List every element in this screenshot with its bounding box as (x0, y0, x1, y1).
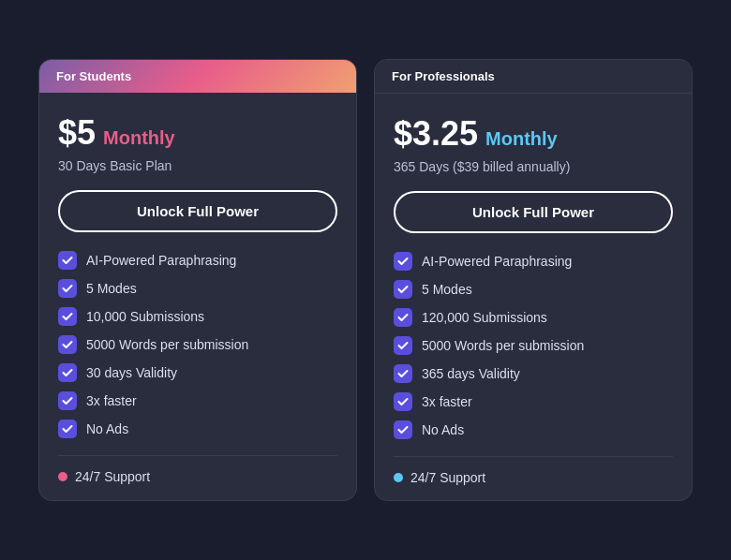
student-unlock-button[interactable]: Unlock Full Power (58, 190, 337, 232)
check-icon (394, 252, 412, 271)
student-header-label: For Students (56, 69, 131, 83)
pro-support-row: 24/7 Support (394, 470, 673, 485)
student-features-list: AI-Powered Paraphrasing 5 Modes 10,000 S… (58, 251, 337, 438)
feature-label: 10,000 Submissions (86, 309, 204, 324)
check-icon (58, 335, 77, 354)
check-icon (394, 336, 412, 355)
pro-features-list: AI-Powered Paraphrasing 5 Modes 120,000 … (394, 252, 673, 439)
feature-label: AI-Powered Paraphrasing (422, 254, 572, 269)
feature-label: 5000 Words per submission (422, 338, 584, 353)
student-period: Monthly (103, 127, 175, 149)
feature-label: 3x faster (422, 394, 472, 409)
feature-label: No Ads (422, 422, 464, 437)
feature-label: 365 days Validity (422, 366, 520, 381)
support-dot-icon (394, 473, 403, 482)
pro-support-label: 24/7 Support (410, 470, 485, 485)
pro-price: $3.25 (394, 114, 478, 154)
feature-label: No Ads (86, 421, 128, 436)
pro-plan-desc: 365 Days ($39 billed annually) (394, 159, 673, 174)
list-item: AI-Powered Paraphrasing (58, 251, 337, 270)
check-icon (58, 279, 77, 298)
list-item: 5000 Words per submission (394, 336, 673, 355)
student-support-row: 24/7 Support (58, 469, 337, 484)
list-item: 5 Modes (394, 280, 673, 299)
check-icon (394, 308, 412, 327)
student-support-label: 24/7 Support (75, 469, 150, 484)
pricing-cards: For Students $5 Monthly 30 Days Basic Pl… (20, 40, 711, 520)
check-icon (394, 392, 412, 411)
list-item: 3x faster (394, 392, 673, 411)
student-plan-desc: 30 Days Basic Plan (58, 158, 337, 173)
student-card-body: $5 Monthly 30 Days Basic Plan Unlock Ful… (39, 93, 356, 499)
list-item: 5 Modes (58, 279, 337, 298)
divider (58, 455, 337, 456)
pro-header-label: For Professionals (392, 69, 495, 83)
student-card: For Students $5 Monthly 30 Days Basic Pl… (38, 59, 357, 501)
list-item: 120,000 Submissions (394, 308, 673, 327)
support-dot-icon (58, 472, 67, 481)
list-item: 365 days Validity (394, 364, 673, 383)
check-icon (394, 364, 412, 383)
feature-label: 120,000 Submissions (422, 310, 547, 325)
list-item: AI-Powered Paraphrasing (394, 252, 673, 271)
pro-card-body: $3.25 Monthly 365 Days ($39 billed annua… (375, 94, 692, 500)
pro-price-row: $3.25 Monthly (394, 114, 673, 154)
check-icon (58, 391, 77, 410)
check-icon (394, 280, 412, 299)
pro-card: For Professionals $3.25 Monthly 365 Days… (374, 59, 693, 501)
feature-label: AI-Powered Paraphrasing (86, 253, 236, 268)
list-item: 10,000 Submissions (58, 307, 337, 326)
list-item: 5000 Words per submission (58, 335, 337, 354)
list-item: No Ads (394, 420, 673, 439)
feature-label: 5 Modes (86, 281, 137, 296)
feature-label: 5000 Words per submission (86, 337, 248, 352)
check-icon (58, 251, 77, 270)
list-item: 3x faster (58, 391, 337, 410)
check-icon (58, 420, 77, 438)
feature-label: 30 days Validity (86, 365, 177, 380)
pro-card-header: For Professionals (375, 60, 692, 94)
pro-period: Monthly (485, 128, 558, 150)
student-price-row: $5 Monthly (58, 113, 337, 153)
pro-unlock-button[interactable]: Unlock Full Power (394, 191, 673, 233)
check-icon (58, 307, 77, 326)
student-price: $5 (58, 113, 96, 153)
feature-label: 5 Modes (422, 282, 472, 297)
check-icon (394, 420, 412, 439)
check-icon (58, 363, 77, 382)
list-item: 30 days Validity (58, 363, 337, 382)
divider (394, 456, 673, 457)
feature-label: 3x faster (86, 393, 137, 408)
student-card-header: For Students (39, 60, 356, 93)
list-item: No Ads (58, 420, 337, 438)
